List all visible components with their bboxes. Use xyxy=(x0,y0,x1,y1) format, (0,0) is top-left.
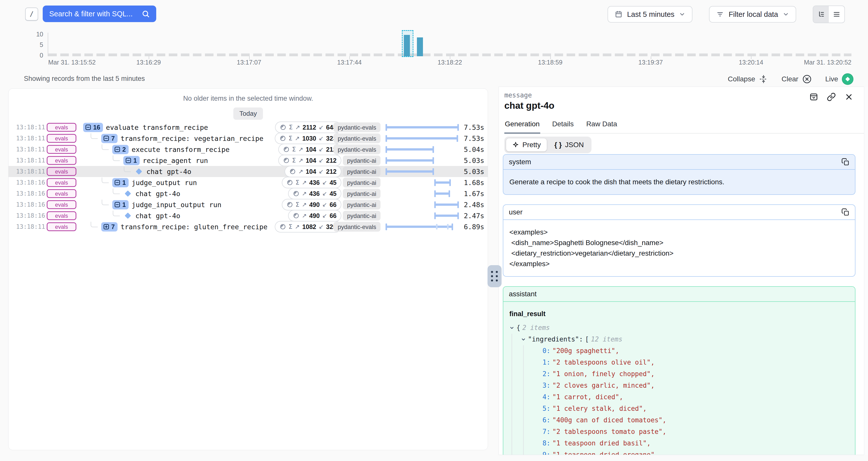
trace-row[interactable]: 13:18:11 evals 16 evaluate transform_rec… xyxy=(8,122,488,133)
evals-badge[interactable]: evals xyxy=(47,167,76,176)
gantt-bar[interactable] xyxy=(386,137,458,140)
evals-badge[interactable]: evals xyxy=(47,145,76,154)
scope-tag[interactable]: pydantic-ai xyxy=(343,156,380,165)
live-toggle[interactable]: Live xyxy=(825,73,854,85)
token-usage-pill[interactable]: ↗ 104 ↙ 212 xyxy=(285,166,341,177)
close-icon[interactable] xyxy=(844,92,854,101)
gantt-bar[interactable] xyxy=(386,126,459,128)
detail-scrollbar[interactable] xyxy=(864,87,868,455)
expander-badge[interactable]: 2 xyxy=(112,145,129,154)
time-range-button[interactable]: Last 5 minutes xyxy=(608,6,693,23)
gantt-bar[interactable] xyxy=(434,215,459,217)
scope-tag[interactable]: pydantic-evals xyxy=(334,133,380,143)
scope-tag[interactable]: pydantic-evals xyxy=(334,123,380,132)
date-pill: Today xyxy=(233,107,263,120)
trace-row[interactable]: 13:18:11 evals chat gpt-4o ↗ 104 ↙ 212 p… xyxy=(8,166,488,177)
token-usage-pill[interactable]: Σ ↗ 1030 ↙ 323 xyxy=(275,132,341,144)
json-item-index: 2: xyxy=(542,369,550,379)
sigma-icon: Σ xyxy=(288,135,292,142)
input-tokens: 490 xyxy=(309,212,320,219)
json-ingredients-line[interactable]: "ingredients": [ 12 items xyxy=(509,334,849,345)
filter-local-data-button[interactable]: Filter local data xyxy=(709,6,796,23)
scope-tag[interactable]: pydantic-evals xyxy=(334,222,380,232)
expander-badge[interactable]: 1 xyxy=(112,200,129,209)
x-tick-label: 13:20:14 xyxy=(739,59,763,66)
trace-row[interactable]: 13:18:16 evals 1 judge_output run Σ ↗ 43… xyxy=(8,177,488,188)
scope-tag[interactable]: pydantic-ai xyxy=(343,200,380,210)
copy-icon[interactable] xyxy=(841,208,849,216)
gantt-bar[interactable] xyxy=(434,204,459,206)
expander-badge[interactable]: 16 xyxy=(83,123,103,132)
expander-badge[interactable]: 7 xyxy=(101,222,118,232)
gantt-bar[interactable] xyxy=(386,171,434,173)
trace-row[interactable]: 13:18:11 evals 7 transform_recipe: veget… xyxy=(8,133,488,144)
row-timestamp: 13:18:16 xyxy=(16,179,45,186)
token-usage-pill[interactable]: Σ ↗ 104 ↙ 212 xyxy=(278,144,341,155)
span-name: transform_recipe: gluten_free_recipe xyxy=(121,223,268,231)
chart-plot-area[interactable] xyxy=(48,33,851,56)
evals-badge[interactable]: evals xyxy=(47,123,76,132)
assistant-card-header: assistant xyxy=(503,287,855,302)
expander-badge[interactable]: 7 xyxy=(101,134,118,143)
link-icon[interactable] xyxy=(827,92,836,101)
output-tokens-arrow-icon: ↙ xyxy=(322,212,327,219)
trace-row[interactable]: 13:18:16 evals 1 judge_input_output run … xyxy=(8,199,488,210)
gantt-bar[interactable] xyxy=(386,226,453,228)
output-tokens-arrow-icon: ↙ xyxy=(322,190,327,197)
child-count: 7 xyxy=(111,135,115,142)
token-usage-pill[interactable]: Σ ↗ 1082 ↙ 325 xyxy=(275,221,341,233)
trace-row[interactable]: 13:18:11 evals 1 recipe_agent run Σ ↗ 10… xyxy=(8,155,488,166)
gantt-bar[interactable] xyxy=(434,182,451,184)
token-usage-pill[interactable]: Σ ↗ 490 ↙ 66 xyxy=(282,199,341,210)
tree-view-toggle[interactable] xyxy=(813,6,829,23)
save-panel-icon[interactable] xyxy=(809,92,818,101)
trace-row[interactable]: 13:18:11 evals 7 transform_recipe: glute… xyxy=(8,221,488,232)
scope-tag[interactable]: pydantic-ai xyxy=(343,178,380,188)
records-histogram[interactable]: 1050 Mar 31. 13:15:5213:16:2913:17:0713:… xyxy=(0,30,868,70)
scope-tag[interactable]: pydantic-ai xyxy=(343,211,380,221)
trace-row[interactable]: 13:18:11 evals 2 execute transform_recip… xyxy=(8,144,488,155)
evals-badge[interactable]: evals xyxy=(47,201,76,209)
token-usage-pill[interactable]: Σ ↗ 2112 ↙ 648 xyxy=(275,122,341,133)
tab-generation[interactable]: Generation xyxy=(504,120,540,133)
panel-resize-handle[interactable] xyxy=(488,265,502,287)
tab-details[interactable]: Details xyxy=(552,120,575,133)
clear-button[interactable]: Clear xyxy=(782,74,812,84)
evals-badge[interactable]: evals xyxy=(47,178,76,187)
gantt-bar[interactable] xyxy=(434,192,450,195)
json-mode-option[interactable]: { } JSON xyxy=(548,139,590,151)
role-label: system xyxy=(509,158,531,166)
pretty-mode-option[interactable]: Pretty xyxy=(506,139,547,151)
token-usage-pill[interactable]: ↗ 490 ↙ 66 xyxy=(288,210,341,221)
tab-raw-data[interactable]: Raw Data xyxy=(586,120,618,133)
json-item-index: 8: xyxy=(542,438,550,448)
gantt-bar[interactable] xyxy=(386,148,434,151)
gantt-bar[interactable] xyxy=(386,159,434,162)
evals-badge[interactable]: evals xyxy=(47,134,76,143)
evals-badge[interactable]: evals xyxy=(47,222,76,231)
json-root-line[interactable]: { 2 items xyxy=(509,322,849,334)
expander-badge[interactable]: 1 xyxy=(123,156,140,165)
row-tree-cell: 16 evaluate transform_recipe xyxy=(83,122,208,133)
evals-badge[interactable]: evals xyxy=(47,156,76,165)
token-usage-pill[interactable]: ↗ 436 ↙ 45 xyxy=(288,188,341,199)
copy-icon[interactable] xyxy=(841,158,849,166)
gantt-tick xyxy=(436,224,437,229)
evals-badge[interactable]: evals xyxy=(47,189,76,198)
collapse-button[interactable]: Collapse xyxy=(728,74,768,84)
token-usage-pill[interactable]: Σ ↗ 104 ↙ 212 xyxy=(278,155,341,166)
trace-row[interactable]: 13:18:16 evals chat gpt-4o ↗ 436 ↙ 45 py… xyxy=(8,188,488,199)
trace-row[interactable]: 13:18:16 evals chat gpt-4o ↗ 490 ↙ 66 py… xyxy=(8,210,488,221)
scope-tag[interactable]: pydantic-evals xyxy=(334,145,380,154)
search-button[interactable]: Search & filter with SQL... xyxy=(43,5,156,22)
list-view-toggle[interactable] xyxy=(829,6,844,23)
user-message-text: <examples> <dish_name>Spaghetti Bolognes… xyxy=(503,220,855,276)
histogram-bar[interactable] xyxy=(404,35,410,56)
evals-badge[interactable]: evals xyxy=(47,211,76,220)
output-tokens: 45 xyxy=(330,179,337,186)
expander-badge[interactable]: 1 xyxy=(112,178,129,187)
token-usage-pill[interactable]: Σ ↗ 436 ↙ 45 xyxy=(282,177,341,188)
scope-tag[interactable]: pydantic-ai xyxy=(343,189,380,198)
histogram-bar[interactable] xyxy=(417,37,423,56)
scope-tag[interactable]: pydantic-ai xyxy=(343,167,380,177)
